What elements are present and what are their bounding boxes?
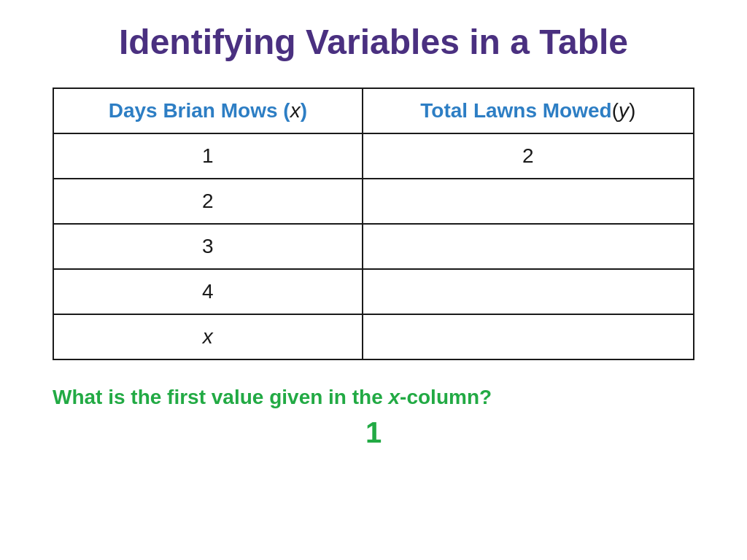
cell-col2-row4 (363, 314, 694, 359)
cell-col1-row4: x (53, 314, 363, 359)
col1-header-text: Days Brian Mows (109, 99, 278, 122)
cell-col2-row2 (363, 224, 694, 269)
cell-col2-row1 (363, 179, 694, 224)
table-row: 4 (53, 269, 694, 314)
col1-var: x (290, 99, 301, 122)
cell-col1-row0: 1 (53, 133, 363, 179)
col2-var: y (619, 99, 629, 122)
question: What is the first value given in the x-c… (53, 386, 694, 409)
col2-header-text: Total Lawns Mowed (420, 99, 611, 122)
data-table: Days Brian Mows (x) Total Lawns Mowed(y)… (53, 88, 694, 360)
cell-col2-row0: 2 (363, 133, 694, 179)
table-row: x (53, 314, 694, 359)
question-text-before: What is the first value given in the (53, 386, 389, 408)
table-row: 2 (53, 179, 694, 224)
col-header-lawns: Total Lawns Mowed(y) (363, 88, 694, 133)
question-text-after: -column? (400, 386, 492, 408)
table-row: 12 (53, 133, 694, 179)
question-var: x (389, 386, 400, 408)
cell-col1-row3: 4 (53, 269, 363, 314)
table-row: 3 (53, 224, 694, 269)
cell-col1-row2: 3 (53, 224, 363, 269)
answer: 1 (53, 416, 694, 449)
page-title: Identifying Variables in a Table (44, 22, 703, 62)
cell-col1-row1: 2 (53, 179, 363, 224)
cell-col2-row3 (363, 269, 694, 314)
col-header-days: Days Brian Mows (x) (53, 88, 363, 133)
